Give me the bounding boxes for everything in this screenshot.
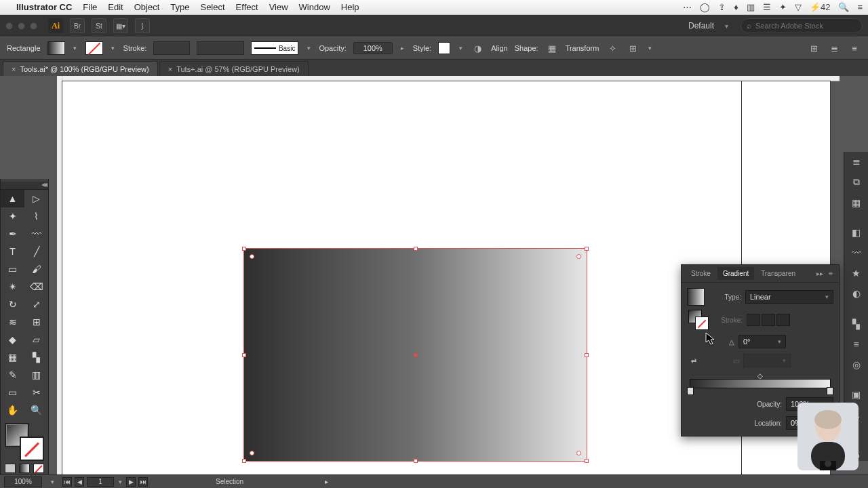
panel-tab-transparency[interactable]: Transparen [755,267,801,280]
eyedropper-tool[interactable]: ✎ [1,366,24,384]
next-artboard-button[interactable]: ▶ [126,477,136,487]
brushes-panel-icon[interactable]: 〰 [849,247,864,258]
document-tab[interactable]: × Tuts+.ai @ 57% (RGB/GPU Preview) [159,61,309,76]
close-tab-icon[interactable]: × [168,65,172,73]
stroke-gradient-along-button[interactable] [762,314,775,326]
direct-selection-tool[interactable]: ▷ [24,190,48,207]
shaper-tool[interactable]: ✴ [1,278,24,296]
horizontal-ruler[interactable] [62,76,840,81]
last-artboard-button[interactable]: ⏭ [138,477,148,487]
battery-icon[interactable]: ⚡42 [810,2,830,12]
style-caret-icon[interactable]: ▾ [457,45,464,52]
zoom-caret-icon[interactable]: ▾ [49,479,56,485]
menu-view[interactable]: View [269,2,288,12]
shape-properties-icon[interactable]: ▦ [545,41,559,55]
tray-icon[interactable]: ▥ [747,2,755,12]
tray-icon[interactable]: ♦ [734,2,738,12]
brush-caret-icon[interactable]: ▾ [305,45,312,52]
recolor-artwork-icon[interactable]: ◑ [471,41,484,55]
panel-tab-stroke[interactable]: Stroke [686,267,716,280]
mesh-tool[interactable]: ▦ [1,348,24,366]
prev-artboard-button[interactable]: ◀ [75,477,84,487]
align-label[interactable]: Align [491,44,507,52]
resize-handle-n[interactable] [414,247,418,251]
resize-handle-s[interactable] [414,459,418,463]
pen-tool[interactable]: ✒ [1,225,24,243]
menu-file[interactable]: File [83,2,97,12]
stroke-proxy[interactable] [20,436,44,461]
tray-icon[interactable]: ⋯ [683,2,692,12]
corner-widget-ne[interactable] [576,254,581,259]
stroke-panel-icon[interactable]: ≡ [849,339,864,350]
menu-effect[interactable]: Effect [236,2,258,12]
gradient-mode-button[interactable] [19,464,30,473]
gradient-type-select[interactable]: Linear ▾ [745,290,833,304]
width-tool[interactable]: ≋ [1,313,24,331]
line-tool[interactable]: ╱ [24,243,48,260]
shape-builder-tool[interactable]: ◆ [1,331,24,348]
gradient-panel-icon[interactable]: ▚ [849,319,864,329]
stock-search[interactable]: ⌕ [741,18,863,33]
color-panel-icon[interactable]: ◐ [849,288,864,299]
close-window[interactable] [5,22,13,30]
zoom-tool[interactable]: 🔍 [24,401,48,419]
stroke-gradient-across-button[interactable] [776,314,790,326]
panel-menu-icon[interactable]: ≣ [827,41,841,55]
corner-widget-sw[interactable] [250,451,254,455]
gradient-fillstroke-proxy[interactable] [688,310,709,330]
first-artboard-button[interactable]: ⏮ [62,477,72,487]
stock-button[interactable]: St [92,18,106,33]
minimize-window[interactable] [18,22,25,30]
status-caret-icon[interactable]: ▸ [325,478,328,485]
vertical-ruler[interactable] [57,76,62,474]
tray-icon[interactable]: ◯ [700,2,710,12]
panel-gripper[interactable] [1,182,48,190]
menu-edit[interactable]: Edit [108,2,123,12]
close-tab-icon[interactable]: × [12,65,16,73]
stroke-weight-input[interactable] [153,41,190,55]
tray-icon[interactable]: ☰ [763,2,771,12]
opacity-caret-icon[interactable]: ▸ [399,45,406,52]
stroke-swatch[interactable] [85,41,103,55]
curvature-tool[interactable]: 〰 [24,225,48,243]
fill-stroke-proxy[interactable] [5,423,44,461]
zoom-window[interactable] [30,22,37,30]
eraser-tool[interactable]: ⌫ [24,278,48,296]
tray-icon[interactable]: ✦ [779,2,787,12]
menu-icon[interactable]: ≡ [857,2,863,12]
corner-widget-se[interactable] [576,451,581,455]
gradient-stop-right[interactable] [827,387,833,395]
selected-rectangle[interactable] [244,249,587,461]
gpu-button[interactable]: ⟆ [135,18,150,33]
panel-menu-icon[interactable]: ≡ [827,270,835,277]
slice-tool[interactable]: ✂ [24,384,48,401]
workspace-switcher[interactable]: Default [684,21,718,30]
align-panel-icon[interactable]: ▦ [849,197,864,208]
gradient-stop-left[interactable] [687,387,694,395]
resize-handle-e[interactable] [585,353,589,357]
stroke-gradient-within-button[interactable] [747,314,760,326]
stroke-caret-icon[interactable]: ▾ [110,45,117,52]
gradient-thumbnail[interactable] [687,288,705,306]
menu-window[interactable]: Window [299,2,330,12]
scale-tool[interactable]: ⤢ [24,296,48,313]
menu-help[interactable]: Help [341,2,359,12]
artboards-panel-icon[interactable]: ⧉ [849,176,864,188]
artboard-caret-icon[interactable]: ▾ [117,479,123,485]
collapse-panel-icon[interactable]: ▸▸ [814,270,825,277]
gradient-ramp[interactable] [690,379,831,388]
isolate-icon[interactable]: ✧ [606,41,619,55]
gradient-tool[interactable]: ▚ [24,348,48,366]
menu-select[interactable]: Select [200,2,224,12]
appearance-panel-icon[interactable]: ◎ [849,359,864,370]
magic-wand-tool[interactable]: ✦ [1,207,24,225]
corner-widget-nw[interactable] [250,254,254,259]
reverse-gradient-icon[interactable]: ⇄ [687,357,701,365]
gradient-angle-input[interactable]: 0° ▾ [738,335,786,348]
tray-icon[interactable]: ⇪ [718,2,726,12]
workspace-caret-icon[interactable]: ▾ [725,22,728,30]
edit-caret-icon[interactable]: ▾ [646,45,653,52]
variable-width-profile[interactable] [197,41,244,55]
resize-handle-ne[interactable] [585,247,589,251]
rectangle-tool[interactable]: ▭ [1,260,24,278]
